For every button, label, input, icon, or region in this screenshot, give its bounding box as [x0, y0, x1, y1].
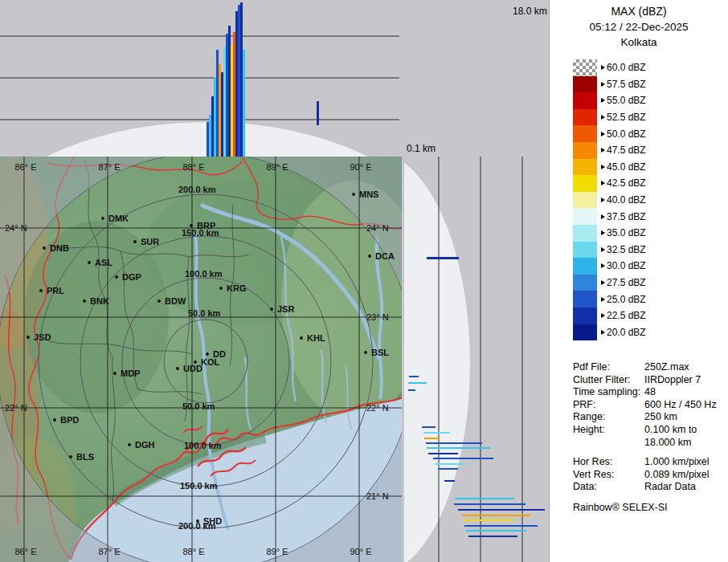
dbz-swatch: [573, 242, 597, 259]
city-dot: [83, 299, 86, 303]
echo-row: [466, 530, 526, 531]
scale-row: 60.0 dBZ: [573, 59, 728, 76]
echo-row: [433, 458, 493, 459]
city-label: SHD: [203, 516, 222, 526]
scale-tick-arrow-icon: [601, 82, 605, 87]
city-label: BNK: [90, 296, 109, 306]
scale-tick-arrow-icon: [601, 247, 605, 252]
echo-row: [455, 498, 514, 499]
info-value: Radar Data: [644, 481, 696, 494]
product-title: MAX (dBZ): [550, 5, 728, 18]
scale-row: 30.0 dBZ: [573, 258, 728, 275]
side-cross-section-panel: [404, 157, 549, 562]
info-label: Hor Res:: [573, 456, 644, 469]
longitude-label: 89° E: [266, 547, 288, 556]
city-dot: [206, 352, 209, 356]
longitude-label: 86° E: [14, 547, 36, 556]
dbz-swatch: [573, 324, 597, 341]
range-ring-label: 150.0 km: [180, 481, 218, 491]
echo-column: [223, 46, 226, 157]
radar-display-window: 18.0 km 0.1 km: [0, 0, 728, 562]
scale-tick-arrow-icon: [601, 280, 605, 285]
legend-panel: MAX (dBZ) 05:12 / 22-Dec-2025 Kolkata 60…: [549, 0, 728, 562]
city-dot: [196, 519, 199, 523]
city-label: UDD: [183, 364, 202, 373]
info-row: Vert Res:0.089 km/pixel: [573, 469, 728, 482]
dbz-swatch: [573, 275, 597, 291]
scale-tick-arrow-icon: [601, 198, 605, 202]
info-value: 48: [644, 386, 656, 399]
radar-station-name: Kolkata: [550, 36, 728, 48]
echo-column: [219, 64, 221, 157]
height-axis-max-label: 18.0 km: [513, 6, 547, 17]
city-dot: [364, 351, 367, 354]
range-ring-label: 200.0 km: [178, 185, 216, 194]
echo-row: [408, 389, 415, 391]
scale-row: 27.5 dBZ: [573, 275, 728, 291]
longitude-label: 88° E: [182, 547, 204, 556]
info-label: [573, 437, 644, 450]
dbz-label: 52.5 dBZ: [607, 112, 646, 123]
city-label: KOL: [201, 357, 220, 367]
echo-column: [228, 26, 231, 157]
scale-row: 35.0 dBZ: [573, 225, 728, 242]
top-cross-section-panel: [0, 0, 549, 157]
dbz-swatch: [573, 175, 597, 192]
scale-tick-arrow-icon: [601, 148, 605, 153]
info-label: Range:: [573, 411, 644, 424]
city-label: JSD: [34, 332, 51, 342]
info-label: Height:: [573, 424, 644, 437]
scale-tick-arrow-icon: [601, 115, 605, 120]
info-label: Data:: [573, 481, 644, 494]
city-dot: [39, 289, 43, 292]
scale-row: 57.5 dBZ: [573, 76, 728, 93]
echo-column: [317, 101, 319, 125]
dbz-swatch: [573, 125, 597, 142]
scale-tick-arrow-icon: [601, 181, 605, 185]
longitude-label: 87° E: [98, 162, 120, 172]
latitude-label: 22° N: [366, 403, 389, 413]
scale-tick-arrow-icon: [601, 313, 605, 318]
echo-row: [463, 519, 513, 521]
info-value: IIRDoppler 7: [644, 374, 701, 387]
city-dot: [53, 418, 56, 422]
radar-map[interactable]: 86° E86° E87° E87° E88° E88° E89° E89° E…: [0, 157, 402, 562]
dbz-label: 37.5 dBZ: [607, 211, 646, 222]
echo-row: [428, 453, 458, 454]
echo-row: [444, 480, 455, 482]
echo-column: [207, 122, 209, 157]
city-label: SUR: [141, 237, 159, 246]
echo-row: [435, 463, 466, 465]
dbz-label: 60.0 dBZ: [607, 62, 646, 73]
scale-row: 37.5 dBZ: [573, 208, 728, 225]
city-dot: [368, 255, 371, 258]
info-value: 0.089 km/pixel: [644, 469, 710, 482]
info-row: Time sampling:48: [573, 386, 728, 399]
city-label: MNS: [359, 189, 378, 199]
product-info-block: Pdf File:250Z.maxClutter Filter:IIRDoppl…: [573, 361, 728, 494]
latitude-label: 24° N: [5, 223, 27, 233]
city-dot: [101, 217, 104, 220]
scan-datetime: 05:12 / 22-Dec-2025: [550, 21, 728, 33]
dbz-color-scale: 60.0 dBZ57.5 dBZ55.0 dBZ52.5 dBZ50.0 dBZ…: [573, 59, 728, 340]
scale-tick-arrow-icon: [601, 214, 605, 219]
dbz-swatch: [573, 225, 597, 242]
scale-tick-arrow-icon: [601, 165, 605, 169]
dbz-label: 35.0 dBZ: [607, 227, 646, 238]
range-ring-label: 50.0 km: [188, 308, 221, 318]
dbz-label: 32.5 dBZ: [607, 244, 646, 255]
info-row: PRF:600 Hz / 450 Hz: [573, 399, 728, 412]
dbz-label: 55.0 dBZ: [607, 95, 646, 106]
dbz-swatch: [573, 192, 597, 209]
echo-column: [235, 11, 238, 157]
radar-map-panel[interactable]: 86° E86° E87° E87° E88° E88° E89° E89° E…: [0, 157, 402, 562]
scale-row: 25.0 dBZ: [573, 291, 728, 307]
dbz-label: 42.5 dBZ: [607, 177, 646, 189]
scale-tick-arrow-icon: [601, 132, 605, 136]
dbz-swatch: [573, 92, 597, 109]
latitude-label: 21° N: [366, 491, 389, 501]
scale-row: 42.5 dBZ: [573, 175, 728, 192]
dbz-label: 47.5 dBZ: [607, 145, 646, 156]
echo-row: [458, 509, 545, 511]
echo-row: [424, 438, 440, 439]
